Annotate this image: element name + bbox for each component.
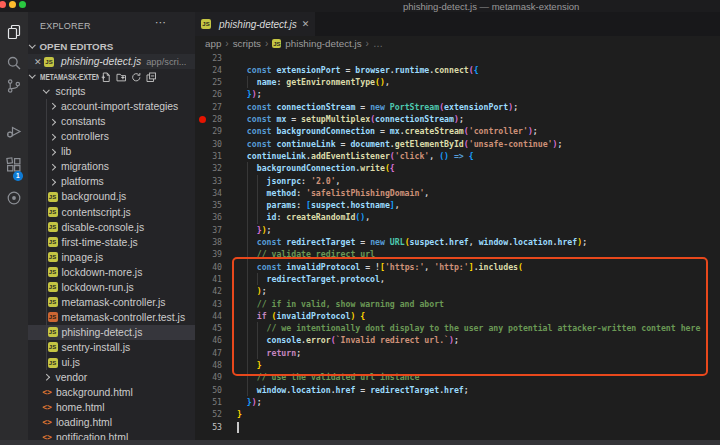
code-line-24[interactable]: 24 const extensionPort = browser.runtime…	[195, 64, 720, 76]
line-number[interactable]: 29	[195, 125, 222, 137]
tree-item-contentscript.js[interactable]: JScontentscript.js	[28, 205, 195, 220]
code-line-30[interactable]: 30 const continueLink = document.getElem…	[195, 138, 720, 150]
line-number[interactable]: 45	[195, 322, 222, 334]
line-number[interactable]: 43	[195, 298, 222, 310]
code-line-52[interactable]: 52}	[195, 408, 720, 420]
line-number[interactable]: 40	[195, 261, 222, 273]
code-line-31[interactable]: 31 continueLink.addEventListener('click'…	[195, 150, 720, 162]
extension-circle-icon[interactable]	[6, 190, 22, 206]
tree-item-platforms[interactable]: platforms	[28, 174, 195, 189]
more-actions-icon[interactable]: ⋯	[155, 16, 175, 29]
tree-item-ui.js[interactable]: JSui.js	[28, 355, 195, 370]
breakpoint-dot[interactable]	[199, 116, 206, 123]
tree-item-lockdown-more.js[interactable]: JSlockdown-more.js	[28, 265, 195, 280]
line-number[interactable]: 53	[195, 421, 222, 433]
tree-item-scripts[interactable]: scripts	[28, 84, 195, 99]
tree-item-controllers[interactable]: controllers	[28, 129, 195, 144]
code-line-32[interactable]: 32 backgroundConnection.write({	[195, 162, 720, 174]
tab-phishing-detect[interactable]: JS phishing-detect.js ✕	[195, 12, 315, 36]
search-icon[interactable]	[6, 55, 22, 71]
chevron-right-icon	[43, 374, 49, 380]
tree-item-lockdown-run.js[interactable]: JSlockdown-run.js	[28, 280, 195, 295]
line-number[interactable]: 46	[195, 334, 222, 346]
line-number[interactable]: 39	[195, 248, 222, 260]
line-number[interactable]: 24	[195, 64, 222, 76]
breadcrumb-scripts[interactable]: scripts	[233, 38, 261, 49]
maximize-window-button[interactable]	[19, 1, 26, 8]
line-number[interactable]: 48	[195, 359, 222, 371]
line-number[interactable]: 31	[195, 150, 222, 162]
new-folder-icon[interactable]	[116, 72, 127, 83]
tree-item-background.js[interactable]: JSbackground.js	[28, 189, 195, 204]
line-number[interactable]: 30	[195, 138, 222, 150]
tree-item-constants[interactable]: constants	[28, 114, 195, 129]
line-number[interactable]: 27	[195, 101, 222, 113]
line-number[interactable]: 25	[195, 76, 222, 88]
tree-item-lib[interactable]: lib	[28, 144, 195, 159]
line-number[interactable]: 47	[195, 347, 222, 359]
code-line-28[interactable]: 28 const mx = setupMultiplex(connectionS…	[195, 113, 720, 125]
refresh-icon[interactable]	[131, 72, 142, 83]
tree-item-account-import-strategies[interactable]: account-import-strategies	[28, 99, 195, 114]
tree-item-migrations[interactable]: migrations	[28, 159, 195, 174]
line-number[interactable]: 52	[195, 408, 222, 420]
tab-label: phishing-detect.js	[219, 19, 297, 30]
chevron-down-icon	[43, 87, 49, 93]
code-line-34[interactable]: 34 method: 'safelistPhishingDomain',	[195, 187, 720, 199]
breadcrumb-file[interactable]: phishing-detect.js	[285, 38, 361, 49]
tree-item-first-time-state.js[interactable]: JSfirst-time-state.js	[28, 235, 195, 250]
open-editor-item[interactable]: ✕ JS phishing-detect.js app/scri...	[28, 54, 195, 69]
tree-item-background.html[interactable]: <>background.html	[28, 385, 195, 400]
tree-item-metamask-controller.test.js[interactable]: JSmetamask-controller.test.js	[28, 310, 195, 325]
code-line-25[interactable]: 25 name: getEnvironmentType(),	[195, 76, 720, 88]
code-line-26[interactable]: 26 });	[195, 88, 720, 100]
line-number[interactable]: 44	[195, 310, 222, 322]
code-line-37[interactable]: 37 });	[195, 224, 720, 236]
tree-item-inpage.js[interactable]: JSinpage.js	[28, 250, 195, 265]
line-number[interactable]: 37	[195, 224, 222, 236]
line-number[interactable]: 32	[195, 162, 222, 174]
code-line-33[interactable]: 33 jsonrpc: '2.0',	[195, 175, 720, 187]
breadcrumb-symbol-ellipsis[interactable]: …	[373, 38, 383, 49]
line-number[interactable]: 26	[195, 88, 222, 100]
line-number[interactable]: 38	[195, 236, 222, 248]
line-number[interactable]: 50	[195, 384, 222, 396]
line-number[interactable]: 41	[195, 273, 222, 285]
code-line-38[interactable]: 38 const redirectTarget = new URL(suspec…	[195, 236, 720, 248]
line-number[interactable]: 36	[195, 211, 222, 223]
code-line-53[interactable]: 53	[195, 421, 720, 433]
code-line-23[interactable]: 23	[195, 52, 720, 64]
source-control-icon[interactable]	[6, 78, 22, 94]
line-number[interactable]: 42	[195, 285, 222, 297]
breadcrumb-app[interactable]: app	[205, 38, 221, 49]
tree-item-loading.html[interactable]: <>loading.html	[28, 415, 195, 430]
code-line-36[interactable]: 36 id: createRandomId(),	[195, 211, 720, 223]
line-number[interactable]: 33	[195, 175, 222, 187]
tree-item-vendor[interactable]: vendor	[28, 370, 195, 385]
code-line-29[interactable]: 29 const backgroundConnection = mx.creat…	[195, 125, 720, 137]
line-number[interactable]: 23	[195, 52, 222, 64]
code-line-35[interactable]: 35 params: [suspect.hostname],	[195, 199, 720, 211]
close-window-button[interactable]	[0, 1, 6, 8]
tree-item-metamask-controller.js[interactable]: JSmetamask-controller.js	[28, 295, 195, 310]
tree-item-home.html[interactable]: <>home.html	[28, 400, 195, 415]
line-number[interactable]: 51	[195, 396, 222, 408]
minimize-window-button[interactable]	[9, 1, 16, 8]
collapse-all-icon[interactable]	[146, 72, 157, 83]
code-line-50[interactable]: 50 window.location.href = redirectTarget…	[195, 384, 720, 396]
tree-item-sentry-install.js[interactable]: JSsentry-install.js	[28, 340, 195, 355]
code-line-51[interactable]: 51 });	[195, 396, 720, 408]
explorer-icon[interactable]	[6, 24, 22, 40]
project-section-header[interactable]: METAMASK-EXTENS...	[28, 69, 195, 84]
line-number[interactable]: 34	[195, 187, 222, 199]
tree-item-disable-console.js[interactable]: JSdisable-console.js	[28, 220, 195, 235]
new-file-icon[interactable]	[101, 72, 112, 83]
line-number[interactable]: 49	[195, 371, 222, 383]
line-number[interactable]: 35	[195, 199, 222, 211]
code-line-27[interactable]: 27 const connectionStream = new PortStre…	[195, 101, 720, 113]
close-icon[interactable]: ✕	[32, 57, 44, 67]
run-debug-icon[interactable]	[6, 123, 22, 139]
tree-item-phishing-detect.js[interactable]: JSphishing-detect.js	[28, 325, 195, 340]
tab-close-icon[interactable]: ✕	[302, 19, 310, 29]
open-editors-section-header[interactable]: OPEN EDITORS	[28, 39, 195, 54]
